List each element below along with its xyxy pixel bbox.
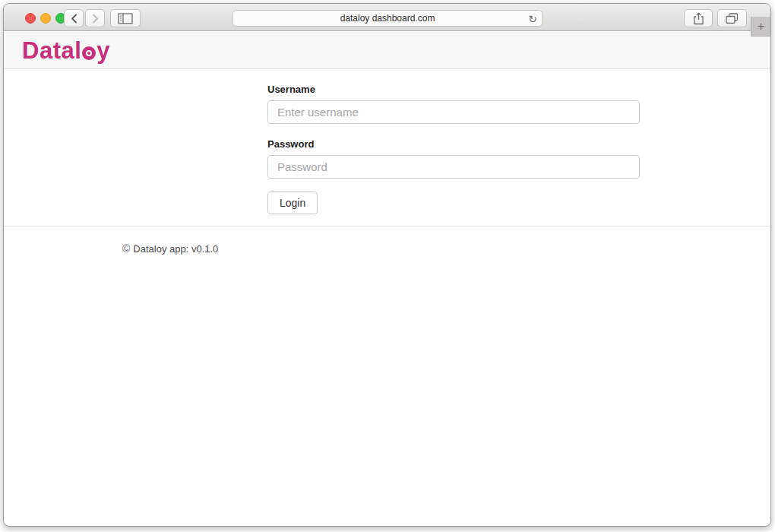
tabs-overview-icon — [726, 13, 739, 24]
password-input[interactable] — [267, 155, 640, 179]
login-form: Username Password Login — [267, 69, 640, 214]
show-tabs-button[interactable] — [717, 9, 747, 27]
password-label: Password — [267, 138, 640, 150]
new-tab-button[interactable]: + — [751, 17, 770, 36]
logo-text-prefix: Datal — [22, 37, 81, 65]
sidebar-toggle-button[interactable] — [110, 9, 141, 27]
minimize-window-button[interactable] — [40, 13, 51, 24]
copyright-icon: © — [122, 242, 130, 255]
logo-o-icon — [82, 46, 96, 60]
address-bar-url: dataloy dashboard.com — [340, 13, 435, 24]
username-label: Username — [267, 84, 640, 95]
back-button[interactable] — [64, 9, 84, 27]
browser-toolbar: dataloy dashboard.com ↻ + — [4, 4, 770, 31]
sidebar-icon — [118, 13, 133, 24]
address-bar[interactable]: dataloy dashboard.com ↻ — [232, 10, 542, 27]
username-input[interactable] — [267, 100, 640, 124]
dataloy-logo: Dataly — [22, 37, 110, 65]
page-header: Dataly — [4, 32, 770, 69]
chevron-right-icon — [92, 14, 99, 24]
close-window-button[interactable] — [25, 13, 36, 24]
browser-window: dataloy dashboard.com ↻ + — [3, 3, 771, 527]
page-footer: ©Dataloy app: v0.1.0 — [4, 226, 770, 255]
app-version-text: Dataloy app: v0.1.0 — [133, 243, 218, 255]
chevron-left-icon — [71, 14, 78, 24]
logo-text-suffix: y — [96, 37, 110, 65]
forward-button[interactable] — [85, 9, 105, 27]
share-icon — [693, 12, 704, 25]
plus-icon: + — [758, 19, 765, 34]
reload-icon[interactable]: ↻ — [528, 11, 537, 27]
share-button[interactable] — [684, 9, 713, 27]
login-button[interactable]: Login — [267, 192, 318, 214]
